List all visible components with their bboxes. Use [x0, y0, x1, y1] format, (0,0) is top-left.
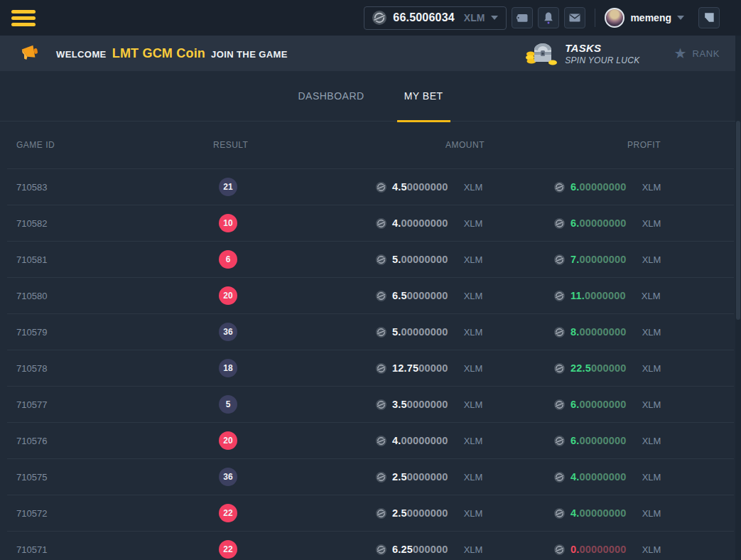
currency-label: XLM	[464, 363, 483, 374]
rank-widget[interactable]: ★ RANK	[674, 46, 720, 60]
xlm-coin-icon	[372, 11, 386, 25]
tab-dashboard[interactable]: DASHBOARD	[291, 71, 371, 122]
xlm-coin-icon	[376, 218, 386, 229]
xlm-coin-icon	[376, 363, 386, 374]
amount-cell: 3.50000000 XLM	[376, 399, 554, 410]
chat-button[interactable]	[698, 7, 720, 28]
table-header: GAME ID RESULT AMOUNT PROFIT	[7, 122, 734, 168]
wallet-icon	[515, 11, 529, 25]
profit-cell: 7.00000000 XLM	[554, 254, 734, 265]
menu-bar	[11, 23, 36, 26]
xlm-coin-icon	[554, 472, 565, 483]
coin-slot	[554, 218, 565, 229]
currency-label: XLM	[642, 254, 661, 265]
table-row[interactable]: 710581 6 5.00000000 XLM 7.00000000 XLM	[7, 241, 734, 277]
table-row[interactable]: 710571 22 6.25000000 XLM 0.00000000 XLM	[7, 531, 734, 560]
amount-value: 2.50000000	[392, 471, 448, 483]
amount-cell: 2.50000000 XLM	[376, 507, 554, 519]
table-row[interactable]: 710576 20 4.00000000 XLM 6.00000000 XLM	[7, 422, 734, 458]
game-id: 710575	[7, 472, 213, 483]
xlm-coin-icon	[554, 291, 565, 301]
amount-value: 2.50000000	[392, 507, 448, 519]
result-badge: 10	[219, 214, 237, 232]
coin-name: LMT GCM Coin	[112, 46, 205, 61]
xlm-coin-icon	[554, 327, 565, 338]
coin-slot	[376, 399, 386, 410]
table-row[interactable]: 710575 36 2.50000000 XLM 4.00000000 XLM	[7, 458, 734, 495]
game-id: 710571	[7, 544, 213, 555]
table-row[interactable]: 710577 5 3.50000000 XLM 6.00000000 XLM	[7, 386, 734, 422]
profit-value: 8.00000000	[570, 326, 627, 338]
user-menu[interactable]: memeng	[605, 8, 684, 28]
wallet-button[interactable]	[512, 7, 533, 28]
table-row[interactable]: 710580 20 6.50000000 XLM 11.0000000 XLM	[7, 277, 734, 313]
notifications-button[interactable]	[538, 7, 559, 28]
profit-cell: 6.00000000 XLM	[554, 399, 734, 410]
coin-slot	[554, 363, 565, 374]
coin-slot	[376, 436, 386, 446]
scrollbar-thumb[interactable]	[736, 121, 740, 320]
xlm-coin-icon	[376, 291, 386, 301]
profit-value: 0.00000000	[570, 544, 627, 555]
mail-icon	[568, 11, 582, 25]
coin-slot	[554, 436, 565, 446]
currency-label: XLM	[642, 436, 661, 446]
xlm-coin-icon	[376, 254, 386, 265]
table-row[interactable]: 710572 22 2.50000000 XLM 4.00000000 XLM	[7, 495, 734, 531]
profit-value: 4.00000000	[570, 507, 627, 519]
currency-label: XLM	[642, 399, 661, 410]
table-row[interactable]: 710582 10 4.00000000 XLM 6.00000000 XLM	[7, 205, 734, 241]
amount-cell: 4.00000000 XLM	[376, 435, 554, 446]
result-badge: 22	[219, 540, 237, 559]
megaphone-icon	[20, 43, 42, 64]
game-id: 710572	[7, 508, 213, 519]
balance-selector[interactable]: 66.5006034 XLM	[364, 6, 507, 30]
coin-slot	[376, 472, 386, 483]
scrollbar[interactable]	[735, 36, 741, 560]
chat-icon	[702, 11, 716, 25]
currency-label: XLM	[464, 399, 483, 410]
welcome-message: WELCOME LMT GCM Coin JOIN THE GAME	[56, 46, 288, 61]
coin-slot	[376, 254, 386, 265]
tab-my-bet[interactable]: MY BET	[397, 71, 450, 122]
game-id: 710577	[7, 399, 213, 410]
xlm-coin-icon	[376, 399, 386, 410]
amount-cell: 6.25000000 XLM	[376, 544, 554, 555]
result-badge: 21	[219, 178, 237, 196]
table-row[interactable]: 710578 18 12.7500000 XLM 22.5000000 XLM	[7, 350, 734, 386]
game-id: 710582	[7, 218, 213, 229]
bets-table: GAME ID RESULT AMOUNT PROFIT 710583 21 4…	[7, 122, 734, 560]
xlm-coin-icon	[554, 218, 565, 229]
profit-value: 6.00000000	[570, 399, 627, 410]
coin-slot	[554, 291, 565, 301]
coin-slot	[554, 254, 565, 265]
profit-value: 4.00000000	[570, 471, 627, 483]
amount-cell: 4.00000000 XLM	[376, 217, 554, 229]
result-badge: 20	[219, 431, 237, 450]
star-icon: ★	[674, 46, 687, 60]
xlm-coin-icon	[376, 436, 386, 446]
currency-label: XLM	[464, 218, 483, 229]
tasks-widget[interactable]: TASKS SPIN YOUR LUCK	[525, 40, 639, 67]
coin-slot	[376, 327, 386, 338]
tasks-title: TASKS	[565, 42, 639, 54]
profit-value: 11.0000000	[570, 290, 626, 301]
announcement-banner: WELCOME LMT GCM Coin JOIN THE GAME TASKS…	[0, 36, 741, 71]
result-badge: 36	[219, 468, 237, 486]
table-row[interactable]: 710579 36 5.00000000 XLM 8.00000000 XLM	[7, 313, 734, 350]
xlm-coin-icon	[376, 508, 386, 519]
coin-slot	[554, 508, 565, 519]
xlm-coin-icon	[376, 327, 386, 338]
table-row[interactable]: 710583 21 4.50000000 XLM 6.00000000 XLM	[7, 168, 734, 205]
chevron-down-icon	[677, 16, 684, 20]
profit-cell: 8.00000000 XLM	[554, 326, 734, 338]
result-badge: 22	[219, 504, 237, 522]
currency-label: XLM	[464, 182, 483, 193]
balance-value: 66.5006034	[393, 11, 455, 24]
welcome-suffix: JOIN THE GAME	[211, 49, 288, 60]
messages-button[interactable]	[564, 7, 585, 28]
profit-cell: 4.00000000 XLM	[554, 471, 734, 483]
game-id: 710583	[7, 182, 213, 193]
menu-button[interactable]	[11, 10, 36, 26]
bell-icon	[541, 11, 556, 25]
